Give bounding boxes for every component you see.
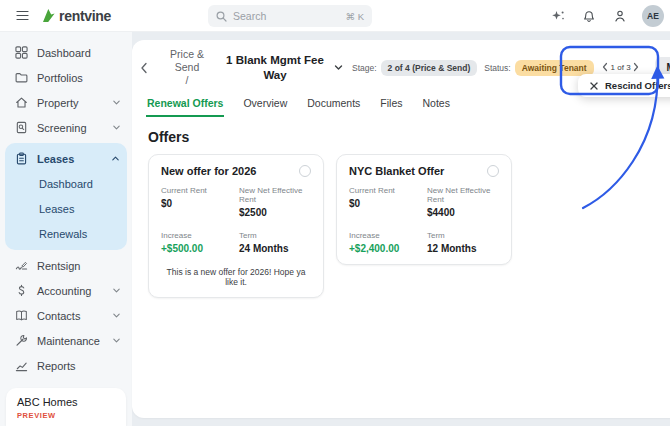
- field-label: Term: [427, 231, 499, 240]
- offer-field-increase: Increase +$500.00: [161, 231, 233, 254]
- back-chevron-icon[interactable]: [140, 62, 150, 74]
- sidebar-group-leases: Leases Dashboard Leases Renewals: [5, 143, 127, 250]
- chart-icon: [14, 359, 28, 373]
- pager-next-icon[interactable]: [632, 62, 641, 73]
- chevron-down-icon: [112, 311, 122, 321]
- rescind-offers-label: Rescind Offers: [605, 80, 670, 91]
- lease-pager: 1 of 3: [601, 62, 641, 73]
- breadcrumb: Price & Send /: [157, 48, 217, 87]
- rentvine-logo[interactable]: rentvine: [42, 8, 111, 24]
- sidebar-subitem-label: Leases: [39, 203, 74, 215]
- page-title: 1 Blank Mgmt Fee Way: [224, 53, 326, 82]
- breadcrumb-label: Price & Send: [157, 48, 217, 74]
- tab-files[interactable]: Files: [379, 95, 403, 117]
- field-label: Current Rent: [161, 186, 233, 195]
- sidebar-item-label: Leases: [37, 153, 102, 165]
- account-name: ABC Homes: [17, 396, 115, 408]
- stage-group: Stage: 2 of 4 (Price & Send): [352, 60, 477, 76]
- search-box[interactable]: ⌘ K: [208, 5, 372, 27]
- offer-radio[interactable]: [299, 165, 311, 177]
- status-group: Status: Awaiting Tenant: [484, 60, 593, 76]
- clipboard-icon: [14, 152, 28, 166]
- hamburger-menu-icon[interactable]: [10, 4, 34, 28]
- support-person-icon[interactable]: [611, 7, 629, 25]
- field-label: Current Rent: [349, 186, 421, 195]
- sidebar-item-portfolios[interactable]: Portfolios: [0, 65, 132, 90]
- field-label: Increase: [349, 231, 421, 240]
- sidebar-item-contacts[interactable]: Contacts: [0, 303, 132, 328]
- dollar-icon: [14, 284, 28, 298]
- field-value: +$2,400.00: [349, 243, 421, 254]
- sidebar-item-label: Contacts: [37, 310, 103, 322]
- sidebar-item-rentsign[interactable]: Rentsign: [0, 253, 132, 278]
- offer-card-new-offer-2026[interactable]: New offer for 2026 Current Rent $0 New N…: [148, 154, 324, 298]
- field-label: Term: [239, 231, 311, 240]
- chevron-down-icon: [112, 286, 122, 296]
- sidebar-item-leases-renewals[interactable]: Renewals: [5, 221, 127, 246]
- field-label: Increase: [161, 231, 233, 240]
- chevron-down-icon: [112, 336, 122, 346]
- field-label: New Net Effective Rent: [239, 186, 311, 204]
- sidebar-item-leases-dashboard[interactable]: Dashboard: [5, 171, 127, 196]
- tab-documents[interactable]: Documents: [306, 95, 361, 117]
- pager-count: 1 of 3: [611, 63, 631, 73]
- offer-radio[interactable]: [487, 165, 499, 177]
- sidebar-item-label: Maintenance: [37, 335, 103, 347]
- sidebar-item-label: Dashboard: [37, 47, 122, 59]
- tab-notes[interactable]: Notes: [422, 95, 451, 117]
- search-input[interactable]: [233, 10, 340, 22]
- status-badge: Awaiting Tenant: [515, 60, 594, 76]
- offer-card-nyc-blanket[interactable]: NYC Blanket Offer Current Rent $0 New Ne…: [336, 154, 512, 265]
- tenant-accepted-dropdown: Rescind Offers: [578, 74, 670, 97]
- field-label: New Net Effective Rent: [427, 186, 499, 204]
- sidebar: Dashboard Portfolios Property Screening: [0, 32, 132, 426]
- sidebar-item-leases[interactable]: Leases: [5, 146, 127, 171]
- offer-field-current-rent: Current Rent $0: [349, 186, 421, 218]
- account-switcher[interactable]: ABC Homes PREVIEW: [6, 388, 126, 426]
- stage-badge: 2 of 4 (Price & Send): [381, 60, 478, 76]
- offer-title: NYC Blanket Offer: [349, 165, 444, 177]
- offer-field-new-net: New Net Effective Rent $4400: [427, 186, 499, 218]
- sidebar-item-property[interactable]: Property: [0, 90, 132, 115]
- sidebar-item-accounting[interactable]: Accounting: [0, 278, 132, 303]
- signature-icon: [14, 259, 28, 273]
- rentvine-logo-icon: [42, 8, 55, 23]
- sidebar-item-reports[interactable]: Reports: [0, 353, 132, 378]
- sidebar-item-label: Accounting: [37, 285, 103, 297]
- search-shortcut: ⌘ K: [346, 11, 364, 22]
- x-close-icon: [590, 82, 598, 90]
- search-icon: [216, 11, 227, 22]
- status-label: Status:: [484, 63, 510, 73]
- rescind-offers-menu-item[interactable]: Rescind Offers: [582, 77, 670, 94]
- tab-overview[interactable]: Overview: [242, 95, 288, 117]
- topbar: rentvine ⌘ K AE: [0, 0, 670, 32]
- document-search-icon: [14, 121, 28, 135]
- sidebar-item-dashboard[interactable]: Dashboard: [0, 40, 132, 65]
- tab-renewal-offers[interactable]: Renewal Offers: [146, 95, 224, 117]
- sidebar-subitem-label: Dashboard: [39, 178, 93, 190]
- field-value: 12 Months: [427, 243, 499, 254]
- offer-field-increase: Increase +$2,400.00: [349, 231, 421, 254]
- title-chevron-down-icon[interactable]: [333, 62, 345, 74]
- sidebar-item-label: Reports: [37, 360, 122, 372]
- sidebar-item-maintenance[interactable]: Maintenance: [0, 328, 132, 353]
- sidebar-item-label: Rentsign: [37, 260, 122, 272]
- notifications-bell-icon[interactable]: [580, 7, 598, 25]
- field-value: $0: [349, 198, 421, 209]
- offer-field-current-rent: Current Rent $0: [161, 186, 233, 218]
- grid-icon: [14, 46, 28, 60]
- folder-icon: [14, 71, 28, 85]
- chevron-up-icon: [111, 154, 121, 164]
- chevron-down-icon: [112, 98, 122, 108]
- sidebar-item-label: Property: [37, 97, 103, 109]
- house-icon: [14, 96, 28, 110]
- sparkle-ai-icon[interactable]: [549, 7, 567, 25]
- pager-prev-icon[interactable]: [601, 62, 610, 73]
- sidebar-item-screening[interactable]: Screening: [0, 115, 132, 140]
- sidebar-item-leases-leases[interactable]: Leases: [5, 196, 127, 221]
- stage-label: Stage:: [352, 63, 377, 73]
- user-avatar[interactable]: AE: [642, 5, 664, 27]
- field-value: $2500: [239, 207, 311, 218]
- field-value: 24 Months: [239, 243, 311, 254]
- wrench-icon: [14, 334, 28, 348]
